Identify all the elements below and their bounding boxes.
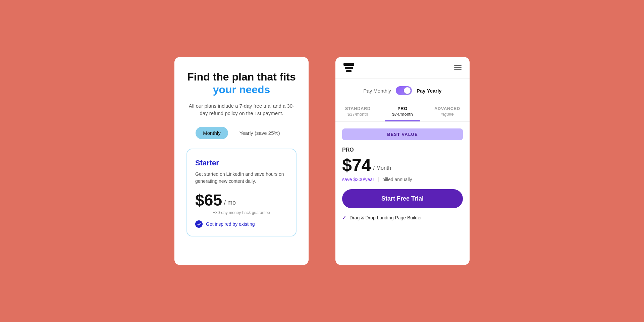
billing-toggle: Monthly Yearly (save 25%) xyxy=(196,127,287,139)
left-subtitle: All our plans include a 7-day free trial… xyxy=(186,102,297,117)
divider: | xyxy=(378,176,379,182)
start-free-trial-button[interactable]: Start Free Trial xyxy=(342,189,463,208)
pro-price-period: / Month xyxy=(373,165,391,171)
billed-text: billed annually xyxy=(382,177,412,182)
tab-advanced[interactable]: ADVANCED inquire xyxy=(425,101,470,121)
pro-plan-content: PRO $74 / Month save $300/year | billed … xyxy=(335,140,470,230)
svg-rect-1 xyxy=(345,67,353,69)
standard-tab-price: $37/month xyxy=(338,112,377,117)
feature-row-1: ✓ Drag & Drop Landing Page Builder xyxy=(342,215,463,220)
pro-plan-name: PRO xyxy=(342,147,463,153)
tab-pro[interactable]: PRO $74/month xyxy=(380,101,425,121)
yearly-button[interactable]: Yearly (save 25%) xyxy=(232,127,287,139)
feature-check-icon: ✓ xyxy=(342,215,346,220)
pro-tab-price: $74/month xyxy=(383,112,422,117)
best-value-banner: BEST VALUE xyxy=(342,128,463,140)
feature-text-1: Drag & Drop Landing Page Builder xyxy=(350,215,422,220)
headline-blue: your needs xyxy=(213,84,270,96)
pay-monthly-label: Pay Monthly xyxy=(363,88,391,94)
advanced-tab-price: inquire xyxy=(428,112,467,117)
pro-tab-name: PRO xyxy=(383,106,422,111)
headline-black: Find the plan that fits xyxy=(187,71,296,83)
monthly-button[interactable]: Monthly xyxy=(196,127,228,139)
plan-price-row: $65 / mo xyxy=(195,192,288,208)
advanced-tab-name: ADVANCED xyxy=(428,106,467,111)
pro-price-amount: $74 xyxy=(342,156,371,174)
left-headline: Find the plan that fits your needs xyxy=(187,70,296,96)
billing-toggle-switch[interactable] xyxy=(396,86,412,95)
plan-price-period: / mo xyxy=(224,199,236,206)
logo-icon xyxy=(343,63,354,72)
check-circle-icon xyxy=(195,220,203,228)
plan-tabs: STANDARD $37/month PRO $74/month ADVANCE… xyxy=(335,101,470,122)
feature-text: Get inspired by existing xyxy=(206,221,255,227)
starter-plan-card: Starter Get started on LinkedIn and save… xyxy=(186,149,297,236)
left-pricing-card: Find the plan that fits your needs All o… xyxy=(174,57,309,265)
right-pricing-card: Pay Monthly Pay Yearly STANDARD $37/mont… xyxy=(335,57,470,265)
billing-section: Pay Monthly Pay Yearly xyxy=(335,79,470,101)
standard-tab-name: STANDARD xyxy=(338,106,377,111)
toggle-knob xyxy=(404,87,411,94)
svg-rect-0 xyxy=(343,63,354,66)
savings-row: save $300/year | billed annually xyxy=(342,176,463,182)
tab-standard[interactable]: STANDARD $37/month xyxy=(335,101,380,121)
plan-price-amount: $65 xyxy=(195,192,222,208)
pro-price-row: $74 / Month xyxy=(342,156,463,174)
pay-yearly-label: Pay Yearly xyxy=(417,88,442,94)
plan-name: Starter xyxy=(195,159,288,167)
money-back-text: +30-day money-back guarantee xyxy=(195,210,288,215)
savings-text: save $300/year xyxy=(342,177,374,182)
svg-rect-2 xyxy=(346,70,352,72)
plan-description: Get started on LinkedIn and save hours o… xyxy=(195,171,288,185)
plan-feature-item: Get inspired by existing xyxy=(195,220,288,228)
hamburger-menu[interactable] xyxy=(454,65,462,70)
right-header xyxy=(335,57,470,79)
